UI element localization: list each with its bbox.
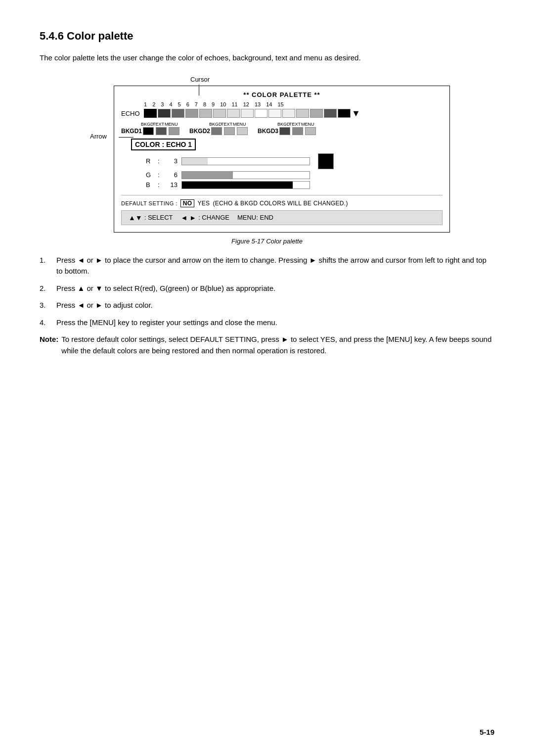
diagram-wrapper: Cursor Arrow ** COLOR PALETTE ** 1 2 3 4… — [114, 76, 450, 233]
inst-text-1: Press ◄ or ► to place the cursor and arr… — [56, 255, 494, 277]
palette-box: ** COLOR PALETTE ** 1 2 3 4 5 6 7 8 9 10… — [114, 86, 450, 233]
rgb-b-bar-fill — [182, 182, 293, 189]
rgb-b-row: B : 13 — [146, 181, 443, 189]
bkgd2-label: BKGD2 — [189, 128, 209, 135]
num-13: 13 — [255, 101, 261, 107]
num-1: 1 — [144, 101, 147, 107]
inst-num-2: 2. — [40, 283, 51, 294]
echo-swatches — [144, 109, 351, 118]
echo-swatch-5 — [199, 109, 212, 118]
inst-text-3: Press ◄ or ► to adjust color. — [56, 300, 494, 311]
rgb-g-bar-bg — [181, 171, 310, 179]
arrow-label: Arrow — [90, 133, 107, 140]
yes-label: YES — [197, 200, 210, 207]
bkgd2-swatch-menu — [237, 127, 248, 135]
bkgd3-swatch-text — [292, 127, 303, 135]
num-3: 3 — [161, 101, 164, 107]
menu-nav-item: MENU: END — [237, 214, 273, 221]
rgb-b-bar-container — [181, 181, 310, 189]
rgb-g-colon: : — [158, 171, 162, 179]
default-note: (ECHO & BKGD COLORS WILL BE CHANGED.) — [213, 200, 348, 207]
echo-swatch-10 — [268, 109, 281, 118]
bkgd1-sub-bkgd: BKGD — [141, 122, 152, 127]
arrow-indicator: ▼ — [352, 108, 360, 119]
num-2: 2 — [152, 101, 155, 107]
rgb-b-label: B — [146, 181, 154, 189]
select-nav-item: ▲▼ : SELECT — [129, 214, 173, 222]
instructions-list: 1. Press ◄ or ► to place the cursor and … — [40, 255, 494, 329]
echo-swatch-15 — [338, 109, 351, 118]
echo-swatch-4 — [185, 109, 198, 118]
numbers-row: 1 2 3 4 5 6 7 8 9 10 11 12 13 14 15 — [144, 101, 443, 107]
num-4: 4 — [169, 101, 172, 107]
cursor-label: Cursor — [190, 76, 210, 83]
color-colon: : — [162, 141, 166, 148]
echo-swatch-6 — [213, 109, 226, 118]
no-box: NO — [180, 199, 195, 207]
change-nav-item: ◄ ► : CHANGE — [181, 214, 229, 222]
echo-label: ECHO — [121, 110, 144, 117]
echo-swatch-1 — [144, 109, 157, 118]
bkgd1-swatch-text — [156, 127, 167, 135]
rgb-b-bar-bg — [181, 181, 310, 189]
rgb-r-bar-fill — [182, 158, 208, 165]
page-number: 5-19 — [480, 728, 494, 736]
echo-swatch-13 — [310, 109, 323, 118]
bkgd3-sublabels: BKGD TEXT MENU — [277, 122, 316, 127]
bkgd3-sub-text: TEXT — [289, 122, 300, 127]
bkgd1-group: BKGD TEXT MENU BKGD1 — [121, 122, 179, 135]
num-8: 8 — [203, 101, 206, 107]
num-9: 9 — [212, 101, 215, 107]
bkgd2-sub-menu: MENU — [233, 122, 244, 127]
num-10: 10 — [220, 101, 226, 107]
rgb-g-bar-fill — [182, 172, 233, 179]
color-display-box: COLOR : ECHO 1 — [131, 139, 196, 150]
num-12: 12 — [243, 101, 249, 107]
inst-num-3: 3. — [40, 300, 51, 311]
color-display-area: COLOR : ECHO 1 — [131, 140, 443, 148]
intro-text: The color palette lets the user change t… — [40, 52, 494, 64]
echo-swatch-14 — [324, 109, 337, 118]
bkgd2-row: BKGD2 — [189, 127, 248, 135]
bkgd2-sublabels: BKGD TEXT MENU — [209, 122, 248, 127]
bkgd3-swatch-menu — [305, 127, 316, 135]
figure-caption: Figure 5-17 Color palette — [231, 237, 303, 245]
bkgd2-sub-bkgd: BKGD — [209, 122, 220, 127]
inst-text-4: Press the [MENU] key to register your se… — [56, 317, 494, 329]
bkgd3-row: BKGD3 — [258, 127, 316, 135]
instruction-1: 1. Press ◄ or ► to place the cursor and … — [40, 255, 494, 277]
bkgd2-group: BKGD TEXT MENU BKGD2 — [189, 122, 248, 135]
rgb-r-bar-container — [181, 157, 310, 165]
figure-container: Cursor Arrow ** COLOR PALETTE ** 1 2 3 4… — [40, 76, 494, 245]
rgb-g-label: G — [146, 171, 154, 179]
default-label: DEFAULT SETTING : — [121, 200, 178, 206]
instruction-4: 4. Press the [MENU] key to register your… — [40, 317, 494, 329]
rgb-b-value: 13 — [166, 181, 178, 189]
bkgd1-swatch-bkgd — [143, 127, 154, 135]
rgb-r-swatch — [318, 153, 334, 169]
change-arrows: ◄ ► — [181, 214, 197, 222]
echo-swatch-7 — [227, 109, 240, 118]
echo-swatch-12 — [296, 109, 309, 118]
note-block: Note: To restore default color settings,… — [40, 334, 494, 356]
bkgd1-sublabels: BKGD TEXT MENU — [141, 122, 179, 127]
bkgd2-swatch-text — [224, 127, 235, 135]
rgb-section: R : 3 G : 6 — [146, 153, 443, 189]
inst-text-2: Press ▲ or ▼ to select R(red), G(green) … — [56, 283, 494, 294]
palette-title: ** COLOR PALETTE ** — [121, 91, 443, 98]
bkgd2-swatch-bkgd — [211, 127, 222, 135]
bkgd1-swatch-menu — [169, 127, 179, 135]
bkgd1-sub-menu: MENU — [165, 122, 176, 127]
rgb-r-colon: : — [158, 157, 162, 165]
note-text: To restore default color settings, selec… — [61, 334, 494, 356]
bkgd3-sub-bkgd: BKGD — [277, 122, 288, 127]
rgb-r-row: R : 3 — [146, 153, 443, 169]
inst-num-4: 4. — [40, 317, 51, 329]
num-15: 15 — [277, 101, 283, 107]
echo-swatch-9 — [255, 109, 267, 118]
rgb-b-colon: : — [158, 181, 162, 189]
rgb-r-bar-bg — [181, 157, 310, 165]
section-title: 5.4.6 Color palette — [40, 30, 494, 43]
note-label: Note: — [40, 334, 58, 356]
bkgd3-swatch-bkgd — [279, 127, 290, 135]
